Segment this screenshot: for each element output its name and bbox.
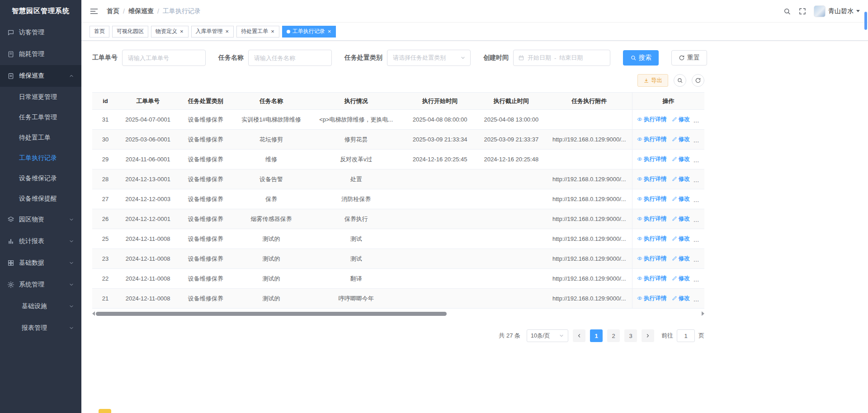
task-name-input[interactable] bbox=[248, 50, 332, 66]
edit-link[interactable]: 修改 bbox=[672, 175, 690, 183]
sidebar-group-basic-data[interactable]: 基础数据 bbox=[0, 252, 81, 274]
execution-detail-link[interactable]: 执行详情 bbox=[637, 275, 666, 282]
end-date-placeholder[interactable]: 结束日期 bbox=[559, 54, 583, 62]
sidebar-item-device-maintenance-reminders[interactable]: 设备维保提醒 bbox=[0, 188, 81, 209]
tab-visual-park[interactable]: 可视化园区 bbox=[112, 26, 148, 38]
close-icon[interactable]: × bbox=[179, 28, 184, 34]
total-count: 共 27 条 bbox=[499, 332, 520, 340]
export-button[interactable]: 导出 bbox=[637, 74, 668, 87]
search-button[interactable]: 搜索 bbox=[623, 50, 659, 66]
sidebar-group-maintenance-inspection[interactable]: 维保巡查 bbox=[0, 65, 81, 87]
delete-link[interactable]: 删除 bbox=[695, 136, 704, 143]
close-icon[interactable]: × bbox=[225, 28, 230, 34]
delete-link[interactable]: 删除 bbox=[695, 235, 704, 243]
delete-link[interactable]: 删除 bbox=[695, 155, 704, 163]
edit-link[interactable]: 修改 bbox=[672, 155, 690, 163]
delete-link[interactable]: 删除 bbox=[695, 295, 704, 302]
search-icon[interactable] bbox=[783, 7, 791, 15]
tab-pending-orders[interactable]: 待处置工单× bbox=[236, 26, 279, 38]
delete-link[interactable]: 删除 bbox=[695, 175, 704, 183]
edit-link[interactable]: 修改 bbox=[672, 275, 690, 282]
sidebar-item-pending-orders[interactable]: 待处置工单 bbox=[0, 127, 81, 148]
close-icon[interactable]: × bbox=[270, 28, 275, 34]
sidebar-group-report-management[interactable]: 报表管理 bbox=[0, 317, 81, 339]
action-label: 删除 bbox=[702, 275, 704, 282]
delete-link[interactable]: 删除 bbox=[695, 195, 704, 203]
tab-order-execution-records[interactable]: 工单执行记录× bbox=[282, 26, 336, 38]
avatar bbox=[814, 5, 826, 17]
delete-link[interactable]: 删除 bbox=[695, 116, 704, 123]
breadcrumb-maintenance[interactable]: 维保巡查 bbox=[128, 7, 154, 15]
sidebar-group-park-materials[interactable]: 园区物资 bbox=[0, 209, 81, 230]
tab-inbound-orders[interactable]: 入库单管理× bbox=[191, 26, 234, 38]
cell-execution: 测试 bbox=[309, 229, 404, 249]
next-page-button[interactable] bbox=[642, 329, 654, 342]
category-select[interactable]: 请选择任务处置类别 bbox=[387, 50, 471, 66]
execution-detail-link[interactable]: 执行详情 bbox=[637, 215, 666, 223]
sidebar-item-energy-management[interactable]: 能耗管理 bbox=[0, 43, 81, 65]
breadcrumb-home[interactable]: 首页 bbox=[107, 7, 119, 15]
sidebar-item-daily-patrol[interactable]: 日常巡更管理 bbox=[0, 87, 81, 107]
start-date-placeholder[interactable]: 开始日期 bbox=[528, 54, 551, 62]
tabs-bar: 首页 可视化园区 物资定义× 入库单管理× 待处置工单× 工单执行记录× bbox=[81, 23, 868, 41]
sidebar-group-system-management[interactable]: 系统管理 bbox=[0, 274, 81, 296]
user-menu[interactable]: 青山碧水 bbox=[814, 5, 860, 17]
execution-detail-link[interactable]: 执行详情 bbox=[637, 235, 666, 243]
sidebar-item-order-execution-records[interactable]: 工单执行记录 bbox=[0, 148, 81, 168]
fullscreen-icon[interactable] bbox=[798, 7, 807, 15]
edit-link[interactable]: 修改 bbox=[672, 116, 690, 123]
prev-page-button[interactable] bbox=[573, 329, 585, 342]
delete-link[interactable]: 删除 bbox=[695, 275, 704, 282]
delete-link[interactable]: 删除 bbox=[695, 215, 704, 223]
floating-widget[interactable] bbox=[99, 409, 111, 413]
execution-detail-link[interactable]: 执行详情 bbox=[637, 155, 666, 163]
page-button-2[interactable]: 2 bbox=[607, 329, 620, 342]
sidebar-item-visitor-management[interactable]: 访客管理 bbox=[0, 22, 81, 43]
cell-order-no: 2024-12-11-0008 bbox=[118, 249, 177, 269]
execution-detail-link[interactable]: 执行详情 bbox=[637, 195, 666, 203]
execution-detail-link[interactable]: 执行详情 bbox=[637, 175, 666, 183]
action-label: 执行详情 bbox=[644, 255, 666, 263]
page-button-3[interactable]: 3 bbox=[624, 329, 637, 342]
eye-icon bbox=[637, 236, 642, 241]
execution-detail-link[interactable]: 执行详情 bbox=[637, 136, 666, 143]
cell-order-no: 2024-11-06-0001 bbox=[118, 150, 177, 169]
edit-link[interactable]: 修改 bbox=[672, 215, 690, 223]
sidebar-group-statistics-reports[interactable]: 统计报表 bbox=[0, 230, 81, 252]
tab-home[interactable]: 首页 bbox=[90, 26, 109, 38]
tab-material-definition[interactable]: 物资定义× bbox=[151, 26, 189, 38]
sidebar-item-task-orders[interactable]: 任务工单管理 bbox=[0, 107, 81, 127]
col-category: 任务处置类别 bbox=[177, 93, 234, 110]
goto-page-input[interactable] bbox=[677, 329, 695, 342]
edit-icon bbox=[672, 216, 677, 221]
sidebar-item-device-maintenance-records[interactable]: 设备维保记录 bbox=[0, 168, 81, 188]
edit-icon bbox=[672, 296, 677, 301]
edit-link[interactable]: 修改 bbox=[672, 136, 690, 143]
scroll-left-arrow[interactable] bbox=[92, 311, 95, 316]
refresh-table-button[interactable] bbox=[692, 74, 704, 87]
scroll-right-arrow[interactable] bbox=[702, 311, 704, 316]
edit-link[interactable]: 修改 bbox=[672, 235, 690, 243]
sidebar-group-basic-facilities[interactable]: 基础设施 bbox=[0, 296, 81, 317]
scrollbar-thumb[interactable] bbox=[96, 312, 447, 316]
cell-category: 设备维修保养 bbox=[177, 269, 234, 289]
toggle-search-button[interactable] bbox=[674, 74, 686, 87]
order-no-input[interactable] bbox=[122, 50, 206, 66]
execution-detail-link[interactable]: 执行详情 bbox=[637, 295, 666, 302]
date-range-picker[interactable]: 开始日期 - 结束日期 bbox=[513, 50, 610, 66]
sidebar-collapse-icon[interactable] bbox=[90, 7, 99, 16]
page-size-select[interactable]: 10条/页 bbox=[527, 329, 568, 342]
page-button-1[interactable]: 1 bbox=[590, 329, 603, 342]
close-icon[interactable]: × bbox=[327, 28, 332, 34]
vertical-scrollbar-thumb[interactable] bbox=[864, 12, 867, 30]
delete-link[interactable]: 删除 bbox=[695, 255, 704, 263]
execution-detail-link[interactable]: 执行详情 bbox=[637, 116, 666, 123]
edit-link[interactable]: 修改 bbox=[672, 295, 690, 302]
tab-label: 待处置工单 bbox=[241, 28, 268, 35]
scrollbar-track[interactable] bbox=[96, 312, 701, 316]
edit-link[interactable]: 修改 bbox=[672, 255, 690, 263]
edit-link[interactable]: 修改 bbox=[672, 195, 690, 203]
reset-button[interactable]: 重置 bbox=[671, 50, 707, 66]
cell-id: 22 bbox=[92, 269, 118, 289]
execution-detail-link[interactable]: 执行详情 bbox=[637, 255, 666, 263]
